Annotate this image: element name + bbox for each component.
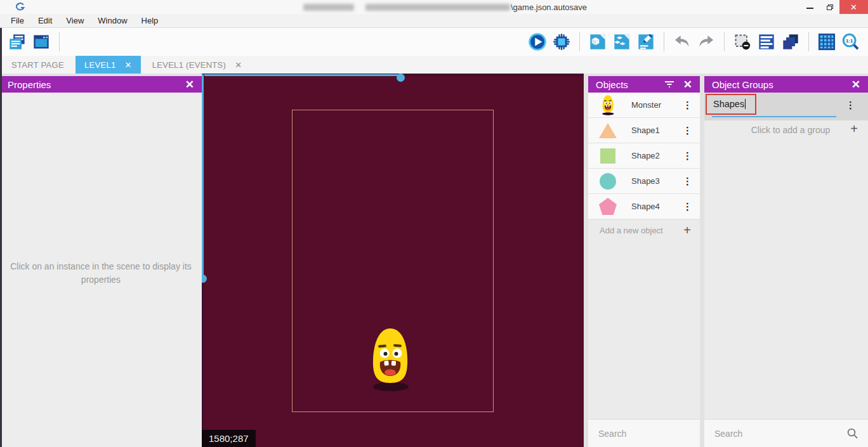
toolbar-separator — [579, 32, 580, 51]
menu-window[interactable]: Window — [91, 14, 134, 28]
gdevelop-logo-icon — [15, 2, 25, 12]
editor-tab-bar: START PAGE LEVEL1 ✕ LEVEL1 (EVENTS) ✕ — [0, 56, 868, 74]
menu-help[interactable]: Help — [135, 14, 166, 28]
objects-list-icon[interactable] — [612, 32, 632, 52]
close-button[interactable]: ✕ — [839, 0, 868, 14]
deselect-instances-icon[interactable] — [732, 32, 753, 52]
object-name: Shape1 — [631, 126, 683, 135]
redacted-path-segment — [365, 4, 510, 11]
new-object-icon[interactable] — [588, 32, 608, 52]
toolbar: 1:1 — [0, 28, 868, 56]
group-menu-icon[interactable]: ⋮ — [846, 101, 855, 110]
object-name: Monster — [631, 100, 683, 110]
plus-icon: + — [850, 122, 858, 136]
monster-instance[interactable] — [368, 326, 412, 393]
close-icon: ✕ — [850, 3, 857, 12]
tab-level1-events[interactable]: LEVEL1 (EVENTS) ✕ — [141, 56, 254, 74]
object-menu-icon[interactable]: ⋮ — [683, 152, 692, 160]
object-menu-icon[interactable]: ⋮ — [683, 101, 692, 110]
object-groups-panel: Object Groups ✕ Shapes ⋮ Click to add a … — [704, 76, 868, 447]
toolbar-separator — [724, 32, 725, 51]
object-menu-icon[interactable]: ⋮ — [683, 126, 692, 135]
objects-panel-header: Objects ✕ — [588, 76, 700, 93]
redo-icon[interactable] — [696, 32, 716, 52]
tab-level1[interactable]: LEVEL1 ✕ — [76, 56, 141, 74]
grid-icon[interactable] — [817, 32, 837, 52]
zoom-original-icon[interactable]: 1:1 — [841, 32, 861, 52]
layers-icon[interactable] — [780, 32, 801, 52]
project-manager-icon[interactable] — [7, 32, 27, 52]
minimize-button[interactable] — [800, 0, 820, 14]
horizontal-scrollbar-fill — [204, 74, 401, 76]
add-object-label: Add a new object — [600, 226, 663, 235]
properties-panel-title: Properties — [8, 79, 51, 90]
object-name: Shape2 — [631, 151, 683, 160]
debug-icon[interactable] — [551, 32, 572, 52]
add-group-label: Click to add a group — [704, 125, 868, 135]
vertical-scrollbar-fill — [202, 74, 204, 277]
gdevelop-window: \game.json.autosave ✕ File Edit View Win… — [0, 0, 868, 447]
restore-button[interactable] — [820, 0, 839, 14]
monster-thumbnail-icon — [598, 94, 617, 115]
scene-canvas[interactable]: 1580;287 — [202, 74, 584, 447]
preview-play-icon[interactable] — [527, 32, 548, 52]
toolbar-separator — [59, 32, 60, 51]
toolbar-separator — [664, 32, 664, 51]
window-title: \game.json.autosave — [303, 0, 587, 14]
cursor-coordinates-badge: 1580;287 — [202, 430, 256, 447]
close-tab-icon[interactable]: ✕ — [124, 60, 131, 70]
properties-panel: Properties ✕ Click on an instance in the… — [0, 76, 202, 447]
object-row-shape3[interactable]: Shape3 ⋮ — [588, 169, 700, 194]
properties-panel-header: Properties ✕ — [0, 76, 202, 93]
groups-search-bar — [704, 419, 868, 447]
menu-file[interactable]: File — [4, 14, 31, 28]
toolbar-separator — [808, 32, 809, 51]
menu-edit[interactable]: Edit — [31, 14, 59, 28]
main-area: Properties ✕ Click on an instance in the… — [0, 74, 868, 447]
svg-text:1:1: 1:1 — [846, 38, 853, 44]
menu-view[interactable]: View — [59, 14, 91, 28]
edit-scene-properties-icon[interactable] — [636, 32, 656, 52]
object-row-shape2[interactable]: Shape2 ⋮ — [588, 143, 700, 169]
object-row-shape4[interactable]: Shape4 ⋮ — [588, 194, 700, 219]
vertical-scrollbar-handle[interactable] — [202, 275, 207, 283]
tab-level1-events-label: LEVEL1 (EVENTS) — [152, 60, 227, 70]
groups-search-input[interactable] — [714, 429, 846, 439]
object-row-shape1[interactable]: Shape1 ⋮ — [588, 118, 700, 143]
close-tab-icon[interactable]: ✕ — [235, 60, 242, 70]
add-object-button[interactable]: Add a new object + — [588, 219, 700, 241]
objects-panel-title: Objects — [596, 79, 628, 90]
objects-search-input[interactable] — [598, 429, 713, 439]
undo-icon[interactable] — [672, 32, 692, 52]
objects-panel: Objects ✕ — [588, 76, 700, 447]
object-row-monster[interactable]: Monster ⋮ — [588, 93, 700, 118]
instances-list-icon[interactable] — [756, 32, 777, 52]
object-menu-icon[interactable]: ⋮ — [683, 202, 692, 211]
objects-search-bar — [588, 419, 700, 447]
tab-start-page-label: START PAGE — [11, 60, 64, 70]
group-name-row[interactable]: Shapes ⋮ — [704, 93, 868, 120]
object-menu-icon[interactable]: ⋮ — [683, 177, 692, 186]
filter-icon[interactable] — [663, 79, 676, 89]
add-group-button[interactable]: Click to add a group + — [704, 120, 868, 139]
menu-bar: File Edit View Window Help — [0, 14, 868, 28]
cursor-coordinates: 1580;287 — [209, 433, 249, 444]
close-panel-icon[interactable]: ✕ — [683, 78, 692, 91]
object-name: Shape4 — [631, 202, 683, 211]
object-name: Shape3 — [631, 176, 683, 186]
tab-start-page[interactable]: START PAGE — [0, 56, 76, 74]
title-filename: \game.json.autosave — [511, 3, 587, 12]
close-panel-icon[interactable]: ✕ — [185, 78, 194, 91]
circle-thumbnail-icon — [598, 173, 617, 190]
redacted-title-segment — [303, 4, 354, 11]
input-underline — [712, 116, 836, 117]
window-left-edge — [0, 28, 2, 447]
horizontal-scrollbar-handle[interactable] — [397, 74, 405, 82]
pentagon-thumbnail-icon — [598, 198, 617, 215]
object-groups-panel-header: Object Groups ✕ — [704, 76, 868, 93]
close-panel-icon[interactable]: ✕ — [852, 78, 860, 91]
start-page-window-icon[interactable] — [31, 32, 51, 52]
title-bar: \game.json.autosave ✕ — [0, 0, 868, 14]
properties-empty-message: Click on an instance in the scene to dis… — [10, 260, 192, 287]
plus-icon: + — [683, 223, 691, 238]
